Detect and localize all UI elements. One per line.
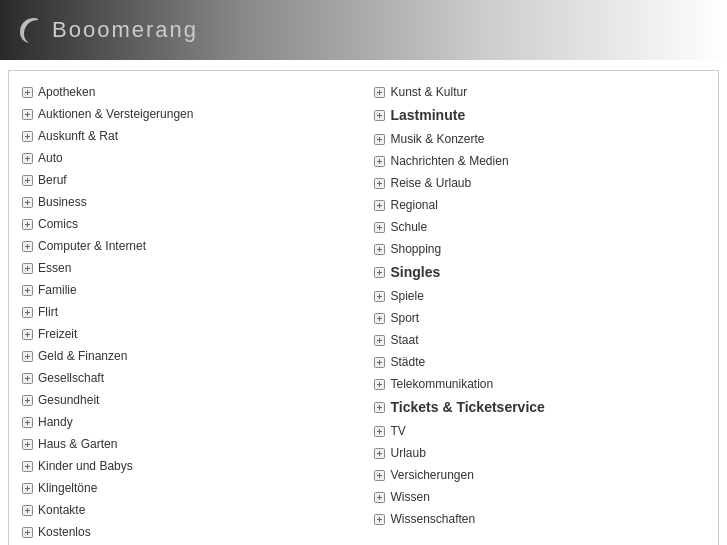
list-item[interactable]: Städte [374,351,707,373]
category-label[interactable]: Wissenschaften [391,510,476,528]
category-label[interactable]: Business [38,193,87,211]
category-label[interactable]: Shopping [391,240,442,258]
category-icon [374,532,386,544]
category-label[interactable]: Kostenlos [38,523,91,541]
list-item[interactable]: Flirt [21,301,354,323]
category-label[interactable]: Beruf [38,171,67,189]
list-item[interactable]: Reise & Urlaub [374,172,707,194]
category-label[interactable]: Auktionen & Versteigerungen [38,105,193,123]
list-item[interactable]: TV [374,420,707,442]
list-item[interactable]: Freizeit [21,323,354,345]
category-icon [21,350,33,362]
list-item[interactable]: Wissen [374,486,707,508]
list-item[interactable]: Sport [374,307,707,329]
list-item[interactable]: Urlaub [374,442,707,464]
category-icon [21,174,33,186]
category-label[interactable]: Familie [38,281,77,299]
list-item[interactable]: Regional [374,194,707,216]
category-icon [374,177,386,189]
category-label[interactable]: Haus & Garten [38,435,117,453]
category-label[interactable]: Kunst & Kultur [391,83,468,101]
list-item[interactable]: Spiele [374,285,707,307]
category-icon [374,290,386,302]
category-label[interactable]: Musik & Konzerte [391,130,485,148]
category-label[interactable]: Schule [391,218,428,236]
category-label[interactable]: Klingeltöne [38,479,97,497]
list-item[interactable]: Tickets & Ticketservice [374,395,707,420]
category-label[interactable]: Kontakte [38,501,85,519]
category-label[interactable]: Gesundheit [38,391,99,409]
list-item[interactable]: Telekommunikation [374,373,707,395]
category-label[interactable]: Essen [38,259,71,277]
left-column: Apotheken Auktionen & Versteigerungen Au… [21,81,364,545]
category-label[interactable]: Reise & Urlaub [391,174,472,192]
list-item[interactable]: Computer & Internet [21,235,354,257]
category-label[interactable]: Staat [391,331,419,349]
category-label[interactable]: Singles [391,262,441,283]
category-label[interactable]: Gesellschaft [38,369,104,387]
list-item[interactable]: Auto [21,147,354,169]
list-item[interactable]: Handy [21,411,354,433]
category-label[interactable]: Lastminute [391,105,466,126]
category-label[interactable]: Freizeit [38,325,77,343]
category-label[interactable]: Wissen [391,488,430,506]
category-label[interactable]: Tickets & Ticketservice [391,397,545,418]
list-item[interactable]: Shopping [374,238,707,260]
category-label[interactable]: Geld & Finanzen [38,347,127,365]
list-item[interactable]: Staat [374,329,707,351]
list-item[interactable]: Lastminute [374,103,707,128]
category-label[interactable]: Handy [38,413,73,431]
category-label[interactable]: Spiele [391,287,424,305]
list-item[interactable]: Gesellschaft [21,367,354,389]
list-item[interactable]: Haus & Garten [21,433,354,455]
list-item[interactable]: Klingeltöne [21,477,354,499]
category-label[interactable]: Telekommunikation [391,375,494,393]
list-item[interactable]: Wissenschaften [374,508,707,530]
list-item[interactable]: Singles [374,260,707,285]
list-item[interactable]: Essen [21,257,354,279]
category-label[interactable]: Nachrichten & Medien [391,152,509,170]
category-icon [21,482,33,494]
list-item[interactable]: Auktionen & Versteigerungen [21,103,354,125]
right-column: Kunst & Kultur Lastminute Musik & Konzer… [364,81,707,545]
category-icon [374,356,386,368]
list-item[interactable]: Schule [374,216,707,238]
category-label[interactable]: Urlaub [391,444,426,462]
category-label[interactable]: Sport [391,309,420,327]
list-item[interactable]: Kunst & Kultur [374,81,707,103]
list-item[interactable]: Beruf [21,169,354,191]
list-item[interactable]: Auskunft & Rat [21,125,354,147]
list-item[interactable]: Gesundheit [21,389,354,411]
category-icon [374,378,386,390]
category-icon [374,243,386,255]
list-item[interactable]: Geld & Finanzen [21,345,354,367]
category-label[interactable]: Apotheken [38,83,95,101]
list-item[interactable]: Business [21,191,354,213]
list-item[interactable]: Musik & Konzerte [374,128,707,150]
list-item[interactable]: Versicherungen [374,464,707,486]
list-item[interactable]: Nachrichten & Medien [374,150,707,172]
list-item[interactable]: Familie [21,279,354,301]
category-label[interactable]: Städte [391,353,426,371]
category-icon [21,394,33,406]
category-label[interactable]: TV [391,422,406,440]
category-label[interactable]: Computer & Internet [38,237,146,255]
header: Booomerang [0,0,727,60]
category-label[interactable]: Comics [38,215,78,233]
list-item[interactable]: Apotheken [21,81,354,103]
category-label[interactable]: Flirt [38,303,58,321]
list-item[interactable]: Kontakte [21,499,354,521]
list-item[interactable]: Comics [21,213,354,235]
category-icon [21,504,33,516]
category-label[interactable]: Auto [38,149,63,167]
category-label[interactable]: Regional [391,196,438,214]
category-icon [21,196,33,208]
category-label[interactable]: Versicherungen [391,466,474,484]
list-item[interactable]: Kinder und Babys [21,455,354,477]
category-label[interactable]: Auskunft & Rat [38,127,118,145]
logo-text: Booomerang [52,17,198,43]
list-item[interactable]: Kostenlos [21,521,354,543]
category-icon [21,240,33,252]
category-icon [374,133,386,145]
category-label[interactable]: Kinder und Babys [38,457,133,475]
